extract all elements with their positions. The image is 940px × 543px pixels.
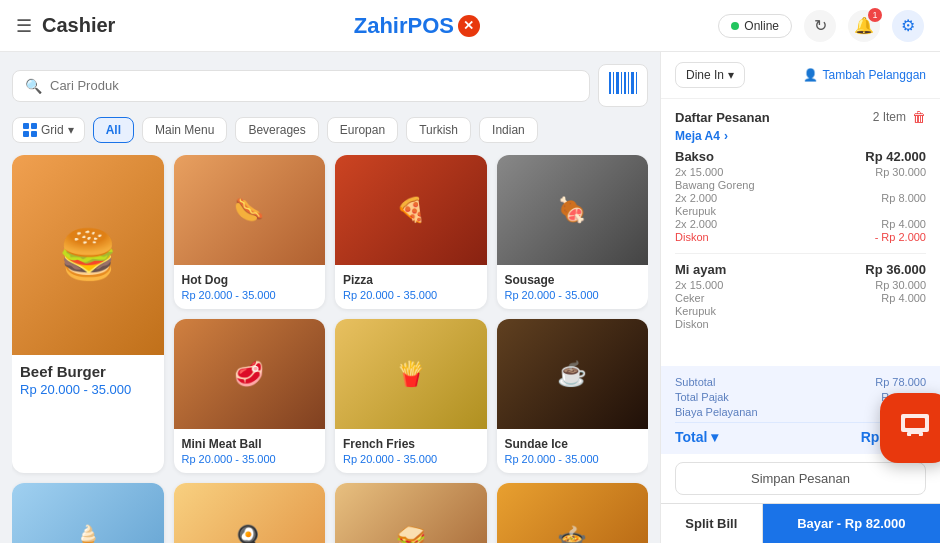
product-card-sousage[interactable]: 🍖 Sousage Rp 20.000 - 35.000: [497, 155, 649, 309]
product-image-egg: 🍳: [174, 483, 326, 543]
search-box[interactable]: 🔍: [12, 70, 590, 102]
search-row: 🔍: [12, 64, 648, 107]
svg-rect-2: [616, 72, 619, 94]
product-price-hotdog: Rp 20.000 - 35.000: [182, 289, 318, 301]
dine-in-select[interactable]: Dine In ▾: [675, 62, 745, 88]
svg-rect-5: [628, 72, 629, 94]
product-info-sundae: Sundae Ice Rp 20.000 - 35.000: [497, 429, 649, 473]
bakso-line4-label: Kerupuk: [675, 205, 716, 217]
save-order-button[interactable]: Simpan Pesanan: [675, 462, 926, 495]
product-info-sousage: Sousage Rp 20.000 - 35.000: [497, 265, 649, 309]
order-count-label: 2 Item: [873, 110, 906, 124]
order-count: 2 Item 🗑: [873, 109, 926, 125]
bakso-line1-label: 2x 15.000: [675, 166, 723, 178]
table-arrow: ›: [724, 129, 728, 143]
add-customer-label: Tambah Pelanggan: [823, 68, 926, 82]
page-title: Cashier: [42, 14, 115, 37]
barcode-icon: [609, 72, 637, 94]
gear-icon: ⚙: [901, 16, 915, 35]
add-customer-button[interactable]: 👤 Tambah Pelanggan: [803, 68, 926, 82]
online-status: Online: [718, 14, 792, 38]
product-card-sundae[interactable]: ☕ Sundae Ice Rp 20.000 - 35.000: [497, 319, 649, 473]
main-layout: 🔍: [0, 52, 940, 543]
table-label[interactable]: Meja A4 ›: [661, 129, 940, 149]
item-miayam-total: Rp 36.000: [865, 262, 926, 277]
grid-label: Grid: [41, 123, 64, 137]
product-image-sundae: ☕: [497, 319, 649, 429]
product-card-meatball[interactable]: 🥩 Mini Meat Ball Rp 20.000 - 35.000: [174, 319, 326, 473]
miayam-line4-label: Diskon: [675, 318, 709, 330]
settings-button[interactable]: ⚙: [892, 10, 924, 42]
product-card-pizza[interactable]: 🍕 Pizza Rp 20.000 - 35.000: [335, 155, 487, 309]
product-name-sundae: Sundae Ice: [505, 437, 641, 451]
product-card-toast[interactable]: 🥪 Hot Dog Rp 20.000 - 35.000: [335, 483, 487, 543]
filter-europan[interactable]: Europan: [327, 117, 398, 143]
barcode-button[interactable]: [598, 64, 648, 107]
miayam-line2-label: Ceker: [675, 292, 704, 304]
product-image-meatball: 🥩: [174, 319, 326, 429]
filter-main-menu[interactable]: Main Menu: [142, 117, 227, 143]
filter-beverages[interactable]: Beverages: [235, 117, 318, 143]
product-card-egg[interactable]: 🍳 Beef Burger Rp 20.000 - 35.000: [174, 483, 326, 543]
grid-icon: [23, 123, 37, 137]
product-name-pizza: Pizza: [343, 273, 479, 287]
search-input[interactable]: [50, 78, 577, 93]
topbar-left: ☰ Cashier: [16, 14, 115, 37]
miayam-line1-value: Rp 30.000: [875, 279, 926, 291]
online-label: Online: [744, 19, 779, 33]
product-card-soup[interactable]: 🍲 Pizza Rp 20.000 - 35.000: [497, 483, 649, 543]
order-items-list: Bakso Rp 42.000 2x 15.000Rp 30.000 Bawan…: [661, 149, 940, 366]
pos-float-button[interactable]: [880, 393, 940, 463]
dine-in-chevron: ▾: [728, 68, 734, 82]
logo: ZahirPOS ✕: [354, 13, 480, 39]
total-chevron: ▾: [711, 429, 718, 445]
logo-x: ✕: [458, 15, 480, 37]
svg-rect-15: [911, 434, 919, 436]
bakso-discount-value: - Rp 2.000: [875, 231, 926, 243]
svg-rect-0: [609, 72, 611, 94]
subtotal-label: Subtotal: [675, 376, 715, 388]
miayam-line3-label: Kerupuk: [675, 305, 716, 317]
product-price-meatball: Rp 20.000 - 35.000: [182, 453, 318, 465]
order-header: Daftar Pesanan 2 Item 🗑: [661, 99, 940, 129]
product-image-featured: 🍔: [12, 155, 164, 355]
product-name-featured: Beef Burger: [20, 363, 156, 380]
refresh-button[interactable]: ↻: [804, 10, 836, 42]
product-image-icecream: 🍦: [12, 483, 164, 543]
subtotal-value: Rp 78.000: [875, 376, 926, 388]
menu-icon[interactable]: ☰: [16, 15, 32, 37]
pay-button[interactable]: Bayar - Rp 82.000: [763, 504, 940, 543]
product-image-pizza: 🍕: [335, 155, 487, 265]
order-item-miayam: Mi ayam Rp 36.000 2x 15.000Rp 30.000 Cek…: [675, 262, 926, 330]
item-bakso-name: Bakso: [675, 149, 714, 164]
product-card-fries[interactable]: 🍟 French Fries Rp 20.000 - 35.000: [335, 319, 487, 473]
order-item-bakso: Bakso Rp 42.000 2x 15.000Rp 30.000 Bawan…: [675, 149, 926, 243]
product-card-hotdog[interactable]: 🌭 Hot Dog Rp 20.000 - 35.000: [174, 155, 326, 309]
filter-turkish[interactable]: Turkish: [406, 117, 471, 143]
svg-rect-1: [613, 72, 614, 94]
bakso-line3-label: 2x 2.000: [675, 192, 717, 204]
product-image-hotdog: 🌭: [174, 155, 326, 265]
filter-all[interactable]: All: [93, 117, 134, 143]
miayam-line1-label: 2x 15.000: [675, 279, 723, 291]
bakso-line5-value: Rp 4.000: [881, 218, 926, 230]
split-bill-button[interactable]: Split Bill: [661, 504, 763, 543]
grid-chevron: ▾: [68, 123, 74, 137]
table-name: Meja A4: [675, 129, 720, 143]
svg-rect-10: [23, 131, 29, 137]
logo-text: ZahirPOS: [354, 13, 454, 39]
product-image-toast: 🥪: [335, 483, 487, 543]
right-panel: Dine In ▾ 👤 Tambah Pelanggan Daftar Pesa…: [660, 52, 940, 543]
grid-view-button[interactable]: Grid ▾: [12, 117, 85, 143]
miayam-line2-value: Rp 4.000: [881, 292, 926, 304]
bakso-line1-value: Rp 30.000: [875, 166, 926, 178]
svg-rect-4: [624, 72, 626, 94]
item-bakso-total: Rp 42.000: [865, 149, 926, 164]
product-card-featured[interactable]: 🍔 Beef Burger Rp 20.000 - 35.000: [12, 155, 164, 473]
product-card-icecream[interactable]: 🍦 Ice Cream Milk Rp 20.000 - 35.000: [12, 483, 164, 543]
filter-indian[interactable]: Indian: [479, 117, 538, 143]
search-icon: 🔍: [25, 78, 42, 94]
notification-button[interactable]: 🔔 1: [848, 10, 880, 42]
trash-icon[interactable]: 🗑: [912, 109, 926, 125]
product-image-soup: 🍲: [497, 483, 649, 543]
